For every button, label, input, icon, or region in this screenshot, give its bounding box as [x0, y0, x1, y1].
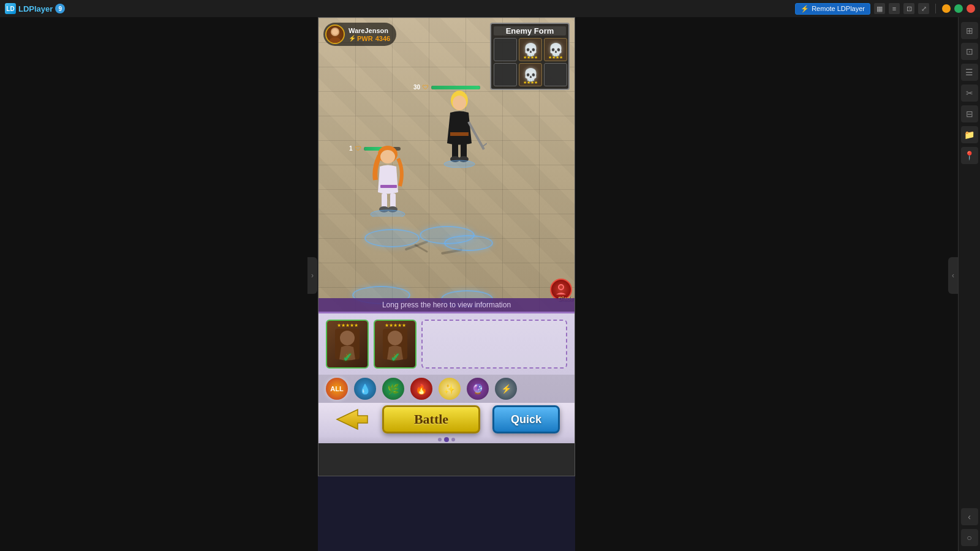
filter-water[interactable]: 💧	[354, 378, 376, 400]
hero-1-stars: ★★★★★	[337, 323, 358, 328]
svg-rect-15	[380, 185, 397, 188]
enemy-slot-5	[544, 63, 567, 86]
hero-slots: ⚔ ★★★★★ ✓ ⚔ ★★★★★ ✓	[318, 313, 575, 375]
minimize-button[interactable]	[942, 4, 951, 13]
sidebar-icon-3[interactable]: ☰	[961, 64, 978, 81]
filter-all[interactable]: ALL	[326, 378, 348, 400]
hero-1-check: ✓	[342, 350, 353, 365]
filter-nature-icon: 🌿	[387, 383, 399, 395]
filter-fire-icon: 🔥	[415, 383, 428, 395]
enemy-form-title: Enemy Form	[494, 26, 566, 36]
hero-2-check: ✓	[390, 350, 401, 365]
power-label: PWR	[357, 35, 373, 42]
close-button[interactable]	[967, 4, 975, 13]
player-name: WareJenson	[349, 27, 390, 34]
filter-dark[interactable]: 🔮	[467, 378, 489, 400]
sidebar-icon-7[interactable]: 📍	[961, 147, 978, 164]
taskbar-right: ⚡ Remote LDPlayer ▦ ≡ ⊡ ⤢	[795, 3, 975, 15]
filter-row: ALL 💧 🌿 🔥 ✨ 🔮 ⚡	[318, 375, 575, 403]
power-icon: ⚡	[349, 35, 356, 42]
divider	[935, 4, 936, 13]
back-button[interactable]	[333, 405, 370, 433]
right-panel-toggle[interactable]: ‹	[948, 257, 958, 294]
toolbar-icon-1[interactable]: ▦	[874, 3, 885, 14]
sidebar-icon-bottom-1[interactable]: ‹	[961, 508, 978, 525]
quick-button[interactable]: Quick	[492, 405, 560, 433]
hero-slot-1[interactable]: ⚔ ★★★★★ ✓	[326, 320, 369, 369]
logo-icon: LD	[5, 3, 16, 14]
battle-scene[interactable]: WareJenson ⚡ PWR 4346 Enemy Form 💀 ★★★★	[318, 18, 575, 312]
scroll-dot-1	[438, 438, 442, 441]
remote-button[interactable]: ⚡ Remote LDPlayer	[795, 3, 870, 15]
game-window: WareJenson ⚡ PWR 4346 Enemy Form 💀 ★★★★	[318, 17, 575, 476]
player-name-power: WareJenson ⚡ PWR 4346	[349, 27, 390, 42]
player-avatar	[325, 24, 345, 44]
svg-point-22	[559, 285, 563, 289]
quick-button-text: Quick	[511, 413, 541, 426]
pos-circle-1	[364, 229, 420, 247]
left-panel-toggle[interactable]: ›	[307, 257, 317, 294]
hero-slot-2[interactable]: ⚔ ★★★★★ ✓	[374, 320, 417, 369]
player-power: ⚡ PWR 4346	[349, 35, 390, 42]
power-value: 4346	[375, 35, 390, 42]
scroll-dot-3	[451, 438, 455, 441]
filter-light-icon: ✨	[443, 383, 456, 395]
sidebar-icon-2[interactable]: ⊡	[961, 43, 978, 60]
svg-point-14	[380, 150, 395, 163]
background-right	[575, 17, 958, 551]
toolbar-icon-2[interactable]: ≡	[889, 3, 900, 14]
hero-2-stars: ★★★★★	[385, 323, 406, 328]
enemy-grid: 💀 ★★★★ 💀 ★★★★ 💀 ★★★★	[494, 38, 566, 86]
filter-extra[interactable]: ⚡	[495, 378, 517, 400]
sidebar-icon-1[interactable]: ⊞	[961, 22, 978, 39]
battle-button-text: Battle	[414, 411, 448, 427]
filter-dark-icon: 🔮	[472, 383, 484, 395]
svg-rect-5	[450, 132, 469, 136]
toolbar-icon-3[interactable]: ⊡	[903, 3, 914, 14]
enemy-form-panel[interactable]: Enemy Form 💀 ★★★★ 💀 ★★★★ 💀 ★★★★	[490, 23, 570, 90]
ally-shield-icon: 🛡	[355, 145, 361, 152]
filter-all-label: ALL	[330, 385, 343, 392]
app-logo: LD LDPlayer 9	[5, 3, 65, 14]
remote-label: Remote LDPlayer	[812, 5, 865, 12]
enemy-slot-0	[494, 38, 517, 61]
player-info-bar: WareJenson ⚡ PWR 4346	[323, 23, 396, 46]
filter-extra-icon: ⚡	[501, 384, 511, 394]
svg-point-1	[329, 37, 341, 43]
red-enemy[interactable]: Blade	[550, 279, 572, 301]
enemy-stars-1: ★★★★	[523, 55, 538, 60]
shield-icon: 🛡	[423, 84, 429, 91]
battle-button[interactable]: Battle	[382, 405, 480, 433]
enemy-stars-2: ★★★★	[548, 55, 563, 60]
remote-icon: ⚡	[801, 5, 809, 13]
sidebar-icon-6[interactable]: 📁	[961, 126, 978, 143]
app-name: LDPlayer	[18, 4, 53, 13]
taskbar: LD LDPlayer 9 ⚡ Remote LDPlayer ▦ ≡ ⊡ ⤢	[0, 0, 980, 17]
background-left	[0, 17, 318, 551]
enemy-health-value: 30	[413, 84, 420, 91]
filter-nature[interactable]: 🌿	[382, 378, 404, 400]
enemy-stars-4: ★★★★	[523, 80, 538, 85]
ally-health-value: 1	[349, 145, 353, 152]
empty-slots-area	[421, 320, 567, 369]
enemy-slot-4: 💀 ★★★★	[519, 63, 542, 86]
toolbar-icon-4[interactable]: ⤢	[918, 3, 929, 14]
filter-light[interactable]: ✨	[439, 378, 461, 400]
sidebar-icon-5[interactable]: ⊟	[961, 105, 978, 122]
scroll-indicator	[318, 436, 575, 443]
enemy-slot-2: 💀 ★★★★	[544, 38, 567, 61]
scroll-dot-2	[444, 437, 449, 442]
enemy-slot-1: 💀 ★★★★	[519, 38, 542, 61]
action-row: Battle Quick	[318, 403, 575, 436]
sidebar-icon-bottom-2[interactable]: ○	[961, 529, 978, 546]
right-sidebar: ⊞ ⊡ ☰ ✂ ⊟ 📁 📍 ‹ ○	[958, 17, 980, 551]
hint-text: Long press the hero to view information	[382, 301, 511, 309]
filter-water-icon: 💧	[359, 383, 371, 395]
filter-fire[interactable]: 🔥	[410, 378, 432, 400]
svg-point-12	[444, 160, 475, 168]
enemy-slot-3	[494, 63, 517, 86]
sidebar-icon-4[interactable]: ✂	[961, 84, 978, 102]
maximize-button[interactable]	[954, 4, 963, 13]
svg-point-24	[340, 331, 355, 345]
hint-bar: Long press the hero to view information	[318, 298, 575, 312]
